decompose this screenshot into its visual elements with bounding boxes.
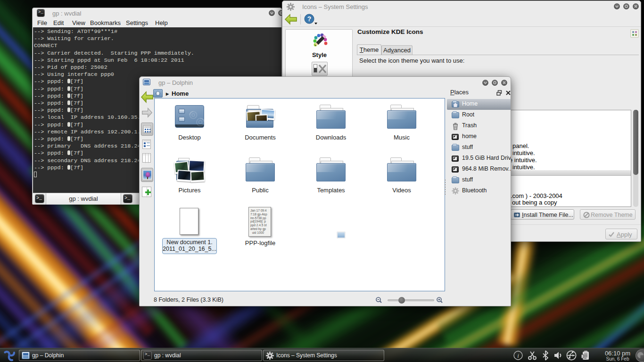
svg-text:i: i <box>517 352 519 359</box>
svg-text:?: ? <box>307 15 312 23</box>
